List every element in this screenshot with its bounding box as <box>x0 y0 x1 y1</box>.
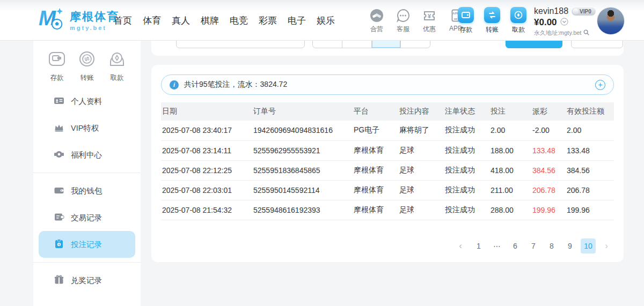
sidebar-transfer-button[interactable]: 转账 <box>77 49 97 83</box>
deposit-button[interactable]: 存款 <box>457 7 475 34</box>
avatar[interactable] <box>597 7 625 35</box>
page-1[interactable]: 1 <box>471 238 486 253</box>
brand-logo[interactable]: M 摩根体育 mgty.bet <box>39 6 119 34</box>
customer-service-label: 客服 <box>393 25 413 34</box>
partner-label: 合营 <box>367 25 386 34</box>
gift-icon <box>54 274 64 287</box>
col-valid-bet: 有效投注额 <box>566 102 614 121</box>
brand-title: 摩根体育 <box>70 9 119 24</box>
sidebar-item-label: 投注记录 <box>71 240 102 250</box>
username[interactable]: kevin188 <box>534 6 568 16</box>
nav-lottery[interactable]: 彩票 <box>259 14 277 27</box>
cell-bet: 188.00 <box>489 140 531 160</box>
page-ellipsis[interactable]: ⋯ <box>489 238 504 253</box>
promotions-link[interactable]: ¥ 优惠 <box>420 8 439 34</box>
pagination: ‹ 1 ⋯ 6 7 8 9 10 › <box>161 238 614 253</box>
partner-link[interactable]: 合营 <box>367 8 386 34</box>
promotions-label: 优惠 <box>420 25 439 34</box>
filter-segment-selected[interactable] <box>372 41 401 48</box>
nav-entertainment[interactable]: 娱乐 <box>317 14 335 27</box>
cell-date: 2025-07-08 22:03:01 <box>161 180 252 200</box>
page-8[interactable]: 8 <box>544 238 559 253</box>
table-row: 2025-07-08 23:14:11 5255962955553921 摩根体… <box>161 140 614 160</box>
balance-amount: ¥0.00 <box>534 17 557 28</box>
filter-segment[interactable] <box>342 41 372 48</box>
sidebar-item-wallet[interactable]: 我的钱包 <box>33 177 141 204</box>
main-content: i 共计95笔投注，流水：3824.72 + 日期 订单号 平台 投注内容 注单… <box>151 41 624 262</box>
transfer-outline-icon <box>77 49 97 71</box>
filter-segment[interactable] <box>401 41 430 48</box>
page-6[interactable]: 6 <box>508 238 523 253</box>
page-7[interactable]: 7 <box>526 238 541 253</box>
sidebar-quick-actions: 存款 转账 取款 <box>33 41 141 83</box>
cell-status: 投注成功 <box>444 121 489 140</box>
col-bet: 投注 <box>489 102 531 121</box>
cell-order-no: 5255951836845865 <box>252 160 353 180</box>
table-row: 2025-07-08 21:54:32 5255948616192393 摩根体… <box>161 200 614 220</box>
nav-board-games[interactable]: 棋牌 <box>201 14 219 27</box>
cell-payout: 199.96 <box>531 200 566 220</box>
cell-order-no: 1942609694094831616 <box>252 121 353 140</box>
transfer-button[interactable]: 转账 <box>483 7 501 34</box>
cell-status: 投注成功 <box>444 160 489 180</box>
sidebar-deposit-button[interactable]: 存款 <box>47 49 67 83</box>
prev-page-icon[interactable]: ‹ <box>453 238 468 253</box>
nav-live-casino[interactable]: 真人 <box>172 14 190 27</box>
balance-refresh-icon[interactable] <box>560 18 568 28</box>
cell-content: 麻将胡了 <box>398 121 444 140</box>
sidebar-item-profile[interactable]: 个人资料 <box>33 88 141 115</box>
nav-esports[interactable]: 电竞 <box>230 14 248 27</box>
sidebar-item-label: 个人资料 <box>71 96 102 107</box>
withdraw-button[interactable]: 取款 <box>509 7 528 34</box>
col-content: 投注内容 <box>398 102 444 121</box>
sidebar-item-label: 我的钱包 <box>71 186 102 196</box>
table-row: 2025-07-08 22:03:01 5255950145592114 摩根体… <box>161 180 614 200</box>
deposit-outline-icon <box>47 49 67 71</box>
col-payout: 派彩 <box>531 102 566 121</box>
cell-order-no: 5255948616192393 <box>252 200 353 220</box>
sidebar-item-label: 兑奖记录 <box>71 275 102 286</box>
coupon-yen-icon: ¥ <box>420 8 439 23</box>
page-9[interactable]: 9 <box>562 238 577 253</box>
sidebar-item-prize-records[interactable]: 兑奖记录 <box>33 267 141 294</box>
vip-badge[interactable]: VIP0 <box>572 8 596 16</box>
cell-payout: 384.56 <box>531 160 566 180</box>
cell-payout: 133.48 <box>531 140 566 160</box>
cell-date: 2025-07-08 21:54:32 <box>161 200 252 220</box>
nav-sports[interactable]: 体育 <box>143 14 161 27</box>
bet-records-table: 日期 订单号 平台 投注内容 注单状态 投注 派彩 有效投注额 2025-07-… <box>161 102 614 220</box>
nav-slots[interactable]: 电子 <box>288 14 306 27</box>
nav-home[interactable]: 首页 <box>114 14 132 27</box>
customer-service-link[interactable]: 客服 <box>393 8 413 34</box>
reset-button[interactable] <box>571 41 623 48</box>
cell-date: 2025-07-08 23:40:17 <box>161 121 252 140</box>
next-page-icon[interactable]: › <box>599 238 614 253</box>
search-button[interactable] <box>506 41 562 48</box>
service-chat-icon <box>393 8 413 23</box>
cell-platform: PG电子 <box>353 121 398 140</box>
cell-valid-bet: 2.00 <box>566 121 614 140</box>
cell-order-no: 5255962955553921 <box>252 140 353 160</box>
filter-segment[interactable] <box>313 41 342 48</box>
cell-content: 足球 <box>398 160 444 180</box>
handshake-icon <box>367 8 386 23</box>
sidebar-item-bet-records[interactable]: ¥ 投注记录 <box>39 231 135 258</box>
bet-record-icon: ¥ <box>54 238 64 251</box>
cell-bet: 2.00 <box>489 121 531 140</box>
sidebar-item-transactions[interactable]: 交易记录 <box>33 204 141 231</box>
sidebar-item-vip[interactable]: VIP特权 <box>33 115 141 141</box>
brand-domain: mgty.bet <box>70 25 119 31</box>
date-range-input[interactable] <box>176 41 305 48</box>
cell-valid-bet: 133.48 <box>566 140 614 160</box>
table-header-row: 日期 订单号 平台 投注内容 注单状态 投注 派彩 有效投注额 <box>161 102 614 121</box>
deposit-label: 存款 <box>457 25 475 34</box>
summary-text: 共计95笔投注，流水：3824.72 <box>184 80 287 89</box>
main-nav: 首页 体育 真人 棋牌 电竞 彩票 电子 娱乐 <box>114 0 335 41</box>
sidebar-item-benefits[interactable]: 福利中心 <box>33 141 141 168</box>
cell-status: 投注成功 <box>444 180 489 200</box>
expand-plus-icon[interactable]: + <box>595 80 605 90</box>
search-icon[interactable] <box>583 29 589 36</box>
page-10-active[interactable]: 10 <box>581 238 596 253</box>
sidebar-withdraw-button[interactable]: 取款 <box>107 49 127 83</box>
withdraw-icon <box>510 7 526 23</box>
